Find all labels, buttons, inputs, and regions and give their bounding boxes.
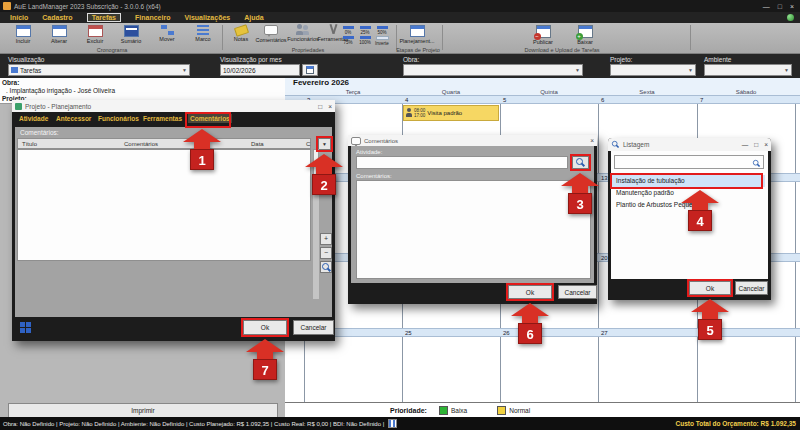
- visualizacao-combo[interactable]: Tarefas ▼: [8, 64, 190, 76]
- menu-cadastro[interactable]: Cadastro: [42, 14, 72, 21]
- imprimir-button[interactable]: Imprimir: [8, 403, 278, 418]
- calendar-icon: [306, 66, 314, 74]
- comments-table-body[interactable]: [17, 149, 311, 261]
- menu-financeiro[interactable]: Financeiro: [135, 14, 170, 21]
- date-field[interactable]: 10/02/2026: [220, 64, 300, 76]
- comentarios-textarea[interactable]: [356, 180, 591, 279]
- week-strip: 3 4 5 6 7: [285, 95, 800, 104]
- day-number[interactable]: 5: [503, 97, 506, 103]
- chevron-down-icon: ▼: [688, 67, 693, 73]
- menu-ajuda[interactable]: Ajuda: [244, 14, 263, 21]
- day-number[interactable]: 25: [405, 330, 412, 336]
- progress-bar-icon: [360, 26, 371, 29]
- day-number[interactable]: 13: [601, 175, 608, 181]
- tab-ferramentas[interactable]: Ferramentas: [143, 115, 182, 122]
- progress-25-button[interactable]: 25%: [357, 26, 373, 35]
- progress-50-button[interactable]: 50%: [374, 26, 390, 35]
- chevron-down-icon: ▼: [575, 67, 580, 73]
- ribbon-baixar-button[interactable]: Baixar: [566, 24, 604, 45]
- minimize-button[interactable]: —: [763, 3, 770, 10]
- projeto-combo[interactable]: ▼: [610, 64, 696, 76]
- day-number[interactable]: 7: [700, 97, 703, 103]
- summary-icon: [124, 25, 139, 37]
- dialog-title-bar[interactable]: Listagem — □ ×: [608, 138, 771, 151]
- day-number[interactable]: 6: [601, 97, 604, 103]
- step-number: 1: [190, 149, 214, 170]
- ribbon-incluir-button[interactable]: Incluir: [4, 24, 42, 44]
- app-window: AuE LandManager 2023 Subscrição - 3.0.0.…: [0, 0, 800, 430]
- maximize-button[interactable]: □: [778, 3, 782, 10]
- highlight-box-search-button: [570, 154, 591, 171]
- atividade-input[interactable]: [356, 156, 568, 169]
- progress-inverte-button[interactable]: Inverte: [374, 36, 390, 46]
- day-number[interactable]: 4: [405, 97, 408, 103]
- people-icon: [296, 24, 310, 35]
- close-icon[interactable]: ×: [590, 137, 594, 144]
- tag-icon: [233, 24, 248, 37]
- tab-funcionarios[interactable]: Funcionários: [98, 115, 139, 122]
- close-button[interactable]: ×: [790, 3, 794, 10]
- ribbon-sumario-button[interactable]: Sumário: [112, 24, 150, 44]
- progress-bar-icon: [360, 36, 371, 39]
- priority-baixa-swatch: [439, 406, 448, 415]
- tools-icon: [327, 24, 339, 35]
- calendar-picker-button[interactable]: [302, 64, 318, 76]
- ribbon-marco-button[interactable]: Marco: [184, 24, 222, 42]
- dialog-tab-bar: Atividade Antecessor Funcionários Ferram…: [12, 112, 335, 127]
- tab-antecessor[interactable]: Antecessor: [56, 115, 91, 122]
- zoom-search-button[interactable]: [320, 261, 332, 273]
- column-c: C: [306, 141, 310, 147]
- menu-visualizacoes[interactable]: Visualizações: [184, 14, 230, 21]
- ribbon-alterar-button[interactable]: Alterar: [40, 24, 78, 44]
- column-titulo: Título: [22, 141, 37, 147]
- day-number[interactable]: 20: [601, 255, 608, 261]
- obra-label: Obra:: [403, 56, 419, 63]
- ribbon-excluir-button[interactable]: Excluir: [76, 24, 114, 44]
- calendar-event[interactable]: 08:00 17:00 Visita padrão: [403, 105, 499, 121]
- maximize-button[interactable]: □: [318, 103, 322, 110]
- tab-atividade[interactable]: Atividade: [19, 115, 48, 122]
- search-input[interactable]: [614, 155, 764, 169]
- zoom-out-button[interactable]: −: [320, 247, 332, 259]
- close-icon[interactable]: ×: [764, 141, 768, 148]
- minimize-button[interactable]: —: [742, 141, 749, 148]
- day-number[interactable]: 26: [503, 330, 510, 336]
- dialog-title-bar[interactable]: Comentários ×: [348, 135, 597, 146]
- progress-100-button[interactable]: 100%: [357, 36, 373, 45]
- ambiente-combo[interactable]: ▼: [704, 64, 792, 76]
- column-data: Data: [251, 141, 264, 147]
- arrow-head: [561, 173, 599, 186]
- table-header-row: Título Comentários Data C: [17, 138, 311, 149]
- chevron-down-icon: ▼: [784, 67, 789, 73]
- move-arrows-icon: [161, 25, 174, 35]
- ribbon-publicar-button[interactable]: Publicar: [524, 24, 562, 45]
- grid-icon[interactable]: [20, 322, 25, 327]
- atividade-label: Atividade:: [356, 149, 382, 155]
- maximize-button[interactable]: □: [754, 141, 758, 148]
- window-edit-icon: [52, 25, 67, 37]
- cancelar-button[interactable]: Cancelar: [558, 285, 597, 299]
- progress-0-button[interactable]: 0%: [340, 26, 356, 35]
- day-number[interactable]: 27: [601, 330, 608, 336]
- cancelar-button[interactable]: Cancelar: [735, 281, 768, 295]
- zoom-in-button[interactable]: +: [320, 233, 332, 245]
- dialog-body: Comentários: Título Comentários Data C ▼…: [15, 127, 332, 317]
- priority-baixa-label: Baixa: [451, 407, 467, 414]
- ribbon-mover-button[interactable]: Mover: [148, 24, 186, 42]
- green-status-icon: [787, 14, 794, 21]
- ribbon-planejamento-button[interactable]: Planejament...: [398, 24, 436, 44]
- cancelar-button[interactable]: Cancelar: [293, 320, 334, 335]
- close-icon[interactable]: ×: [328, 103, 332, 110]
- magnifier-icon: [322, 263, 331, 272]
- dialog-icon: [15, 103, 22, 110]
- obra-combo[interactable]: ▼: [403, 64, 583, 76]
- progress-75-button[interactable]: 75%: [340, 36, 356, 45]
- highlight-box-ok-comentarios: [506, 283, 554, 301]
- menu-tarefas[interactable]: Tarefas: [87, 13, 121, 22]
- step-number: 7: [253, 359, 277, 380]
- dialog-title-bar[interactable]: Projeto - Planejamento □ ×: [12, 100, 335, 112]
- menu-inicio[interactable]: Início: [10, 14, 28, 21]
- comment-bubble-icon: [264, 25, 278, 35]
- highlight-box-dropdown: [316, 136, 333, 152]
- view-icon: [11, 67, 18, 73]
